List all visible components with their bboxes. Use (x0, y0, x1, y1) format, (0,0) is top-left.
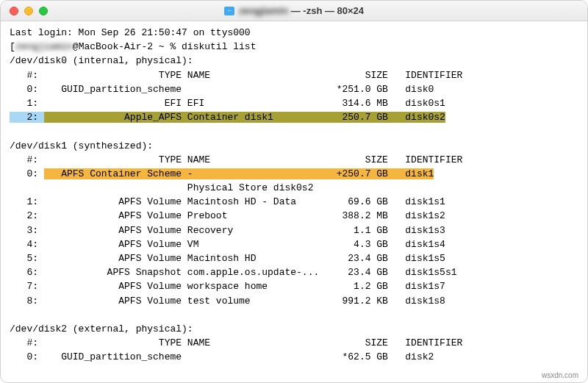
terminal-line: Last login: Mon Sep 26 21:50:47 on ttys0… (10, 26, 578, 40)
terminal-line: 5: APFS Volume Macintosh HD 23.4 GB disk… (10, 251, 578, 265)
terminal-line: Physical Store disk0s2 (10, 181, 578, 195)
traffic-lights (10, 7, 48, 15)
terminal-output[interactable]: Last login: Mon Sep 26 21:50:47 on ttys0… (1, 21, 587, 371)
terminal-line: /dev/disk2 (external, physical): (10, 322, 578, 336)
terminal-line: #: TYPE NAME SIZE IDENTIFIER (10, 68, 578, 82)
title-suffix: — -zsh — 80×24 (288, 5, 364, 16)
terminal-line: 1: EFI EFI 314.6 MB disk0s1 (10, 96, 578, 110)
terminal-line: 2: Apple_APFS Container disk1 250.7 GB d… (10, 110, 578, 124)
terminal-line: 2: APFS Volume Preboot 388.2 MB disk1s2 (10, 209, 578, 223)
title-username: zengjiamin (239, 5, 288, 16)
terminal-line: 0: GUID_partition_scheme *62.5 GB disk2 (10, 350, 578, 364)
folder-icon: ~ (224, 7, 234, 15)
terminal-line: /dev/disk0 (internal, physical): (10, 54, 578, 68)
zoom-icon[interactable] (39, 7, 48, 15)
terminal-line: 4: APFS Volume VM 4.3 GB disk1s4 (10, 237, 578, 251)
terminal-line: [zengjiamin@MacBook-Air-2 ~ % diskutil l… (10, 40, 578, 54)
window-titlebar: ~ zengjiamin — -zsh — 80×24 (1, 1, 587, 21)
terminal-line: 8: APFS Volume test volume 991.2 KB disk… (10, 294, 578, 308)
terminal-line (10, 308, 578, 322)
terminal-line: 6: APFS Snapshot com.apple.os.update-...… (10, 265, 578, 279)
window-title: ~ zengjiamin — -zsh — 80×24 (1, 5, 587, 16)
terminal-line: 0: GUID_partition_scheme *251.0 GB disk0 (10, 82, 578, 96)
close-icon[interactable] (10, 7, 18, 15)
terminal-line: #: TYPE NAME SIZE IDENTIFIER (10, 336, 578, 350)
terminal-line: 7: APFS Volume workspace home 1.2 GB dis… (10, 279, 578, 293)
terminal-line (10, 124, 578, 138)
terminal-line: /dev/disk1 (synthesized): (10, 139, 578, 153)
minimize-icon[interactable] (24, 7, 33, 15)
terminal-line: 1: APFS Volume Macintosh HD - Data 69.6 … (10, 195, 578, 209)
watermark: wsxdn.com (542, 371, 578, 379)
terminal-line: 3: APFS Volume Recovery 1.1 GB disk1s3 (10, 223, 578, 237)
terminal-line: #: TYPE NAME SIZE IDENTIFIER (10, 153, 578, 167)
terminal-line: 0: APFS Container Scheme - +250.7 GB dis… (10, 167, 578, 181)
